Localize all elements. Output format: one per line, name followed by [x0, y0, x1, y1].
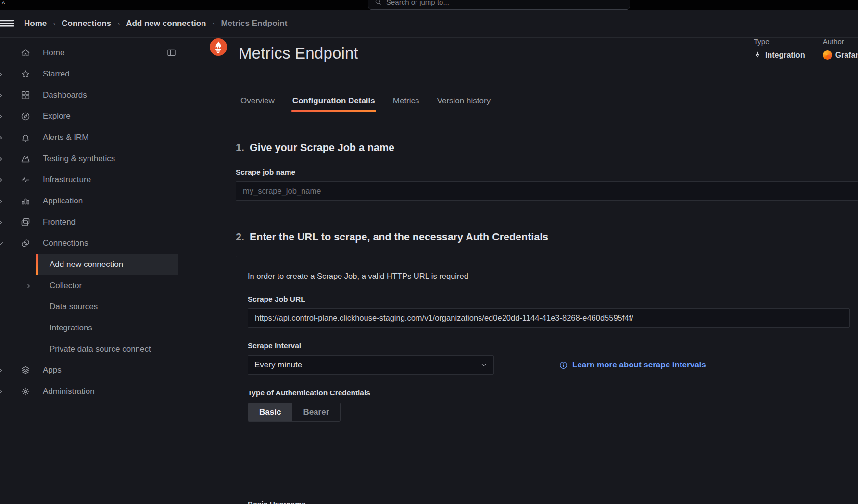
gear-icon: [20, 386, 31, 397]
header-meta: Type Integration Author Grafana: [754, 38, 858, 68]
chevron-down-icon: [480, 362, 487, 368]
breadcrumb-separator: ›: [212, 19, 214, 27]
chevron-right-icon[interactable]: [0, 176, 5, 184]
chevron-right-icon[interactable]: [0, 218, 5, 227]
sidebar-item-alerts-irm[interactable]: Alerts & IRM: [0, 127, 185, 148]
tab-bar: Overview Configuration Details Metrics V…: [240, 77, 858, 114]
auth-option-basic[interactable]: Basic: [248, 403, 292, 421]
type-label: Type: [754, 38, 805, 46]
chevron-right-icon[interactable]: [0, 134, 5, 142]
bar-chart-icon: [20, 196, 31, 206]
scrape-interval-label: Scrape Interval: [248, 341, 850, 350]
sidebar-item-starred[interactable]: Starred: [0, 63, 185, 85]
layers-icon: [20, 365, 31, 376]
link-rings-icon: [20, 238, 31, 249]
breadcrumb-home[interactable]: Home: [24, 19, 47, 28]
meta-divider: [814, 38, 814, 68]
sidebar-item-collector[interactable]: Collector: [0, 275, 185, 296]
sidebar-item-application[interactable]: Application: [0, 190, 185, 212]
frontend-windows-icon: [20, 217, 31, 227]
sidebar-item-infrastructure[interactable]: Infrastructure: [0, 169, 185, 190]
grafana-logo-icon: [823, 50, 832, 60]
scrape-interval-row: Every minute Learn more about scrape int…: [248, 350, 850, 375]
breadcrumb-metrics-endpoint: Metrics Endpoint: [221, 19, 287, 28]
configuration-form: 1. Give your Scrape Job a name Scrape jo…: [236, 142, 858, 504]
sidebar: Home Starred Dashboards Explore: [0, 38, 185, 504]
chevron-right-icon[interactable]: [0, 366, 5, 375]
tab-configuration-details[interactable]: Configuration Details: [292, 96, 375, 114]
scrape-interval-select[interactable]: Every minute: [248, 355, 494, 375]
scrape-job-name-input[interactable]: [236, 181, 858, 201]
auth-option-bearer[interactable]: Bearer: [292, 403, 340, 421]
lightning-bolt-icon: [754, 50, 762, 60]
tab-overview[interactable]: Overview: [240, 96, 275, 114]
author-label: Author: [823, 38, 858, 46]
sidebar-item-data-sources[interactable]: Data sources: [0, 296, 185, 317]
home-icon: [20, 48, 31, 58]
hamburger-menu-icon[interactable]: [0, 17, 24, 29]
sidebar-item-add-new-connection[interactable]: Add new connection: [0, 254, 185, 275]
scrape-job-url-input[interactable]: [248, 308, 850, 328]
bell-icon: [20, 132, 31, 143]
scrape-job-url-label: Scrape Job URL: [248, 295, 850, 303]
chevron-right-icon[interactable]: [25, 282, 32, 290]
breadcrumb-separator: ›: [117, 19, 120, 27]
star-icon: [20, 69, 31, 79]
breadcrumb-bar: Home › Connections › Add new connection …: [0, 10, 858, 38]
chevron-right-icon[interactable]: [0, 113, 5, 121]
mountain-icon: [20, 153, 31, 164]
breadcrumb-separator: ›: [53, 19, 55, 27]
chevron-down-icon[interactable]: [0, 239, 5, 248]
search-input[interactable]: Search or jump to...: [368, 0, 630, 10]
scrape-job-name-label: Scrape job name: [236, 168, 858, 176]
sidebar-item-apps[interactable]: Apps: [0, 360, 185, 381]
breadcrumb: Home › Connections › Add new connection …: [24, 19, 287, 28]
sidebar-item-frontend[interactable]: Frontend: [0, 212, 185, 233]
sidebar-item-connections[interactable]: Connections: [0, 233, 185, 254]
caret-mark: ^: [2, 0, 5, 7]
learn-more-scrape-intervals-link[interactable]: Learn more about scrape intervals: [559, 360, 706, 370]
sidebar-item-explore[interactable]: Explore: [0, 106, 185, 127]
meta-author: Author Grafana: [823, 38, 858, 60]
main-content: Metrics Endpoint Type Integration Author…: [186, 38, 858, 504]
auth-type-segmented-control: Basic Bearer: [248, 403, 341, 422]
chevron-right-icon[interactable]: [0, 197, 5, 205]
search-placeholder: Search or jump to...: [386, 0, 449, 6]
sidebar-item-dashboards[interactable]: Dashboards: [0, 85, 185, 106]
chevron-right-icon[interactable]: [0, 155, 5, 163]
tab-metrics[interactable]: Metrics: [393, 96, 419, 114]
tab-version-history[interactable]: Version history: [437, 96, 491, 114]
sidebar-item-private-data-source-connect[interactable]: Private data source connect: [0, 339, 185, 360]
pulse-icon: [20, 175, 31, 185]
top-strip: ^ Search or jump to...: [0, 0, 858, 10]
sidebar-item-integrations[interactable]: Integrations: [0, 317, 185, 339]
type-value: Integration: [754, 50, 805, 60]
step1-heading: 1. Give your Scrape Job a name: [236, 142, 858, 154]
chevron-right-icon[interactable]: [0, 91, 5, 100]
prometheus-icon: [210, 38, 227, 56]
dashboards-grid-icon: [20, 90, 31, 101]
breadcrumb-connections[interactable]: Connections: [62, 19, 111, 28]
basic-username-label: Basic Username: [248, 500, 850, 504]
compass-icon: [20, 111, 31, 122]
scrape-config-panel: In order to create a Scrape Job, a valid…: [236, 256, 858, 504]
sidebar-item-home[interactable]: Home: [0, 42, 185, 63]
sidebar-item-administration[interactable]: Administration: [0, 381, 185, 402]
dock-menu-icon[interactable]: [166, 48, 177, 58]
info-circle-icon: [559, 361, 568, 370]
auth-type-label: Type of Authentication Credentials: [248, 389, 850, 397]
meta-type: Type Integration: [754, 38, 805, 60]
step2-heading: 2. Enter the URL to scrape, and the nece…: [236, 231, 858, 243]
author-value: Grafana: [823, 50, 858, 60]
chevron-right-icon[interactable]: [0, 388, 5, 396]
breadcrumb-add-new-connection[interactable]: Add new connection: [126, 19, 206, 28]
search-icon: [374, 0, 382, 6]
sidebar-item-testing-synthetics[interactable]: Testing & synthetics: [0, 148, 185, 169]
chevron-right-icon[interactable]: [0, 70, 5, 78]
page-title: Metrics Endpoint: [239, 44, 358, 63]
panel-note: In order to create a Scrape Job, a valid…: [248, 272, 850, 281]
